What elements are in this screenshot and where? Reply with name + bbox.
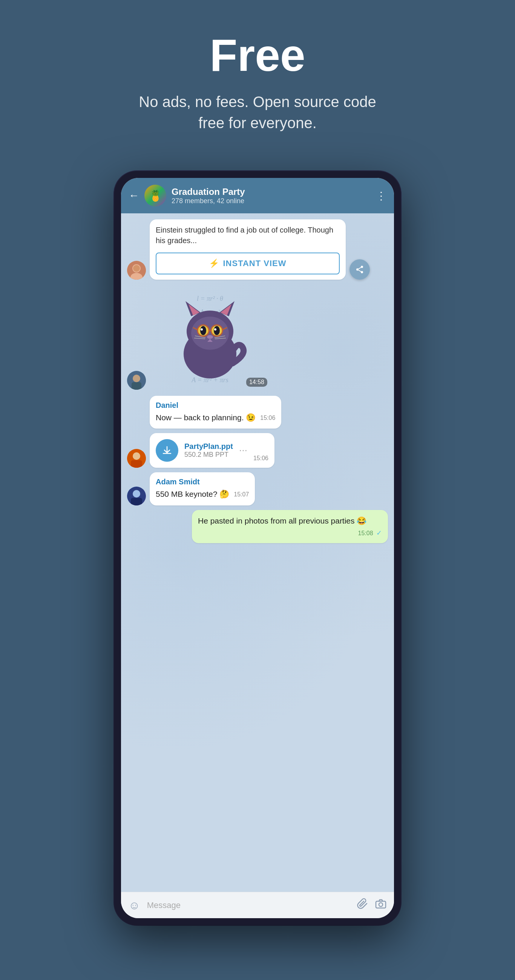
svg-point-13 [200,326,206,335]
file-message-row: PartyPlan.ppt 550.2 MB PPT ⋯ 15:06 [127,433,388,468]
back-button[interactable]: ← [129,189,139,202]
sender-avatar-boy2 [127,449,146,468]
svg-point-38 [379,903,383,907]
svg-point-22 [207,335,213,339]
sender-avatar-boy1 [127,371,146,390]
article-text: Einstein struggled to find a job out of … [150,220,346,250]
sender-avatar-girl [127,261,146,280]
article-message-row: Einstein struggled to find a job out of … [127,220,388,280]
cat-sticker [172,294,248,380]
group-meta: 278 members, 42 online [172,197,371,205]
own-message-row: He pasted in photos from all previous pa… [127,510,388,544]
adam-message-row: Adam Smidt 550 MB keynote? 🤔 15:07 [127,472,388,505]
share-button[interactable] [349,259,370,280]
camera-button[interactable] [375,898,386,912]
instant-view-label: INSTANT VIEW [223,259,286,268]
svg-point-29 [133,375,140,382]
own-text: He pasted in photos from all previous pa… [198,515,382,527]
adam-bubble: Adam Smidt 550 MB keynote? 🤔 15:07 [150,472,255,505]
svg-rect-33 [131,460,142,468]
svg-point-15 [201,328,203,331]
attach-button[interactable] [357,898,368,912]
chat-body: Einstein struggled to find a job out of … [121,213,394,892]
daniel-bubble: Daniel Now — back to planning. 😉 15:06 [150,396,281,429]
group-avatar: 🍍 [144,185,166,207]
own-bubble: He pasted in photos from all previous pa… [192,510,388,544]
adam-time: 15:07 [234,490,249,499]
phone-inner: ← 🍍 Graduation Party 278 members, 42 onl… [121,178,394,918]
file-bubble: PartyPlan.ppt 550.2 MB PPT ⋯ 15:06 [150,433,274,468]
own-time: 15:08 ✓ [358,528,382,538]
message-input[interactable]: Message [147,900,350,910]
file-time: 15:06 [254,455,268,462]
download-button[interactable] [156,439,178,462]
adam-sender: Adam Smidt [156,477,249,486]
svg-point-10 [191,317,229,350]
group-name: Graduation Party [172,186,371,197]
file-more-button[interactable]: ⋯ [239,445,247,455]
svg-point-35 [133,490,140,498]
chat-header: ← 🍍 Graduation Party 278 members, 42 onl… [121,178,394,213]
hero-section: Free No ads, no fees. Open source code f… [0,0,515,156]
hero-subtitle: No ads, no fees. Open source code free f… [126,91,389,134]
check-mark: ✓ [376,529,382,537]
file-info: PartyPlan.ppt 550.2 MB PPT [184,442,233,459]
more-button[interactable]: ⋮ [376,189,386,202]
chat-info: Graduation Party 278 members, 42 online [172,186,371,205]
hero-title: Free [210,30,305,80]
daniel-message-row: Daniel Now — back to planning. 😉 15:06 [127,396,388,429]
svg-point-3 [133,265,140,272]
phone-outer: ← 🍍 Graduation Party 278 members, 42 onl… [114,171,401,925]
sender-avatar-boy3 [127,487,146,506]
svg-point-14 [214,326,220,335]
adam-text: 550 MB keynote? 🤔 15:07 [156,488,249,500]
sticker-time: 14:58 [246,378,267,387]
daniel-text: Now — back to planning. 😉 15:06 [156,412,275,423]
sticker-message: l = πr² · θ A = πr² V = l³ P = 2πr A = π… [150,284,270,390]
file-name: PartyPlan.ppt [184,442,233,451]
svg-rect-36 [131,498,142,506]
article-bubble: Einstein struggled to find a job out of … [150,220,346,280]
emoji-button[interactable]: ☺ [129,899,140,912]
chat-input-bar: ☺ Message [121,892,394,918]
daniel-sender: Daniel [156,401,275,410]
instant-view-button[interactable]: ⚡ INSTANT VIEW [156,253,340,274]
svg-rect-37 [376,901,386,908]
phone-mockup: ← 🍍 Graduation Party 278 members, 42 onl… [114,171,401,925]
file-size: 550.2 MB PPT [184,451,233,459]
svg-rect-30 [132,382,141,390]
lightning-icon: ⚡ [209,259,219,268]
daniel-time: 15:06 [260,414,275,422]
sticker-background: l = πr² · θ A = πr² V = l³ P = 2πr A = π… [150,284,270,390]
svg-point-32 [133,452,140,460]
svg-point-16 [214,328,217,331]
